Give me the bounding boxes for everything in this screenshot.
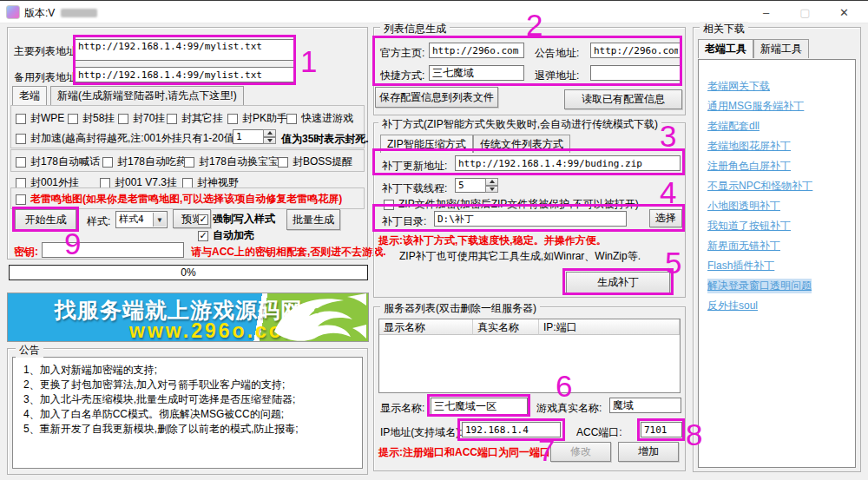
checkbox-block-speed[interactable]: 封加速(越高封得越死,注:001外挂只有1-20值) — [16, 131, 238, 146]
download-link[interactable]: 小地图透明补丁 — [707, 199, 780, 214]
column-ip-port[interactable]: IP:端口 — [539, 319, 680, 335]
display-name-label: 显示名称: — [380, 401, 424, 416]
checkbox-178-shout[interactable]: 封178自动喊话 — [16, 155, 100, 169]
key-label: 密钥: — [14, 245, 38, 260]
checkbox-zip-encrypt[interactable]: ZIP文件加密(加密后ZIP文件将被保护,不可以被打开) — [384, 197, 639, 212]
patch-url-label: 补丁更新地址: — [382, 159, 447, 174]
column-display-name[interactable]: 显示名称 — [379, 319, 473, 335]
thread-input[interactable] — [455, 178, 486, 193]
checkbox-block-wpe[interactable]: 封WPE — [16, 111, 64, 126]
save-config-button[interactable]: 保存配置信息到列表文件 — [375, 87, 498, 108]
checkbox-force-style[interactable]: 强制写入样式 — [198, 212, 275, 227]
style-dropdown[interactable]: 样式4 ▼ — [115, 211, 168, 228]
download-link[interactable]: 不显示NPC和怪物补丁 — [707, 179, 812, 194]
popup-url-label: 退弹地址: — [535, 69, 579, 83]
display-name-input[interactable] — [431, 398, 528, 415]
shortcut-label: 快捷方式: — [380, 69, 424, 83]
checkbox-block-58[interactable]: 封58挂 — [68, 111, 115, 126]
patch-url-input[interactable] — [455, 155, 681, 171]
close-button[interactable]: ✕ — [825, 1, 864, 23]
ad-banner[interactable]: 找服务端就上游戏源码网 www.296o.com — [7, 293, 369, 342]
start-generate-button[interactable]: 开始生成 — [15, 209, 76, 230]
modify-button[interactable]: 修改 — [550, 442, 611, 462]
checkbox-block-70[interactable]: 封70挂 — [118, 111, 165, 126]
maximize-button[interactable]: ▢ — [786, 1, 825, 23]
checkbox-178-med[interactable]: 封178自动吃药 — [102, 155, 187, 169]
real-name-input[interactable] — [609, 398, 681, 413]
server-list-table[interactable]: 显示名称 真实名称 IP:端口 — [378, 319, 681, 393]
checkbox-leiming-map[interactable]: 老雷鸣地图(如果你是老雷鸣地图,可以选择该项自动修复老雷鸣花屏) — [16, 192, 342, 207]
spin-down-icon[interactable] — [263, 137, 276, 145]
checkbox-box — [16, 114, 26, 124]
backup-list-input[interactable] — [75, 67, 295, 82]
checkbox-box — [278, 157, 288, 168]
speed-value-input[interactable] — [233, 129, 264, 144]
checkbox-box — [100, 178, 110, 188]
generate-patch-button[interactable]: 生成补丁 — [566, 272, 670, 293]
tab-new-tools[interactable]: 新端工具 — [753, 39, 809, 58]
notice-item: 2、更换了封包加密算法,加入对弓箭手职业客户端的支持; — [23, 378, 362, 392]
window-title: 版本:V — [24, 6, 55, 21]
checkbox-block-pk[interactable]: 封PK助手 — [227, 111, 287, 126]
main-list-input[interactable] — [75, 39, 295, 61]
download-link[interactable]: 老端网关下载 — [707, 79, 770, 94]
key-input[interactable] — [42, 242, 184, 258]
censored-version-text — [61, 9, 97, 17]
spin-up-icon[interactable] — [263, 129, 276, 137]
dragon-logo-icon — [269, 293, 366, 342]
home-url-input[interactable] — [429, 43, 524, 58]
patch-dir-label: 补丁目录: — [382, 214, 426, 229]
progress-text: 0% — [181, 266, 195, 279]
checkbox-178-box[interactable]: 封178自动换宝宝 — [184, 155, 279, 169]
tab-old-tools[interactable]: 老端工具 — [698, 39, 753, 58]
checkbox-block-other[interactable]: 封其它挂 — [167, 111, 223, 126]
download-link[interactable]: 通用MSG服务端补丁 — [707, 99, 804, 114]
choose-dir-button[interactable]: 选择 — [649, 209, 682, 227]
tab-traditional-mode[interactable]: 传统文件列表方式 — [473, 135, 570, 153]
add-button[interactable]: 增加 — [618, 442, 679, 462]
popup-url-input[interactable] — [590, 65, 681, 81]
tab-old-client[interactable]: 老端 — [12, 86, 47, 105]
patch-hint-black: ZIP补丁也可使用其它工具生成,如Winrar、WinZip等. — [399, 249, 641, 264]
speed-spinner[interactable] — [263, 129, 276, 144]
download-link[interactable]: 反外挂soul — [707, 299, 758, 313]
minimize-button[interactable]: – — [746, 1, 786, 23]
spin-down-icon[interactable] — [485, 186, 498, 194]
announce-url-input[interactable] — [590, 43, 681, 58]
close-icon: ✕ — [839, 6, 849, 19]
checkbox-fast-enter[interactable]: 快速进游戏 — [286, 111, 353, 126]
batch-generate-button[interactable]: 批量生成 — [286, 209, 340, 230]
checkbox-box — [384, 200, 394, 210]
thread-spinner[interactable] — [485, 178, 498, 193]
patch-panel-title: 补丁方式(ZIP智能方式失败失败时,会自动进行传统模式下载) — [378, 117, 661, 132]
read-config-button[interactable]: 读取已有配置信息 — [564, 89, 682, 109]
download-link[interactable]: Flash插件补丁 — [707, 259, 774, 273]
spin-up-icon[interactable] — [485, 178, 498, 186]
column-real-name[interactable]: 真实名称 — [473, 319, 539, 335]
checkbox-box — [68, 114, 78, 124]
download-link-selected[interactable]: 解决登录窗口透明问题 — [707, 279, 812, 293]
announce-url-label: 公告地址: — [535, 46, 579, 61]
checkbox-auto-pack[interactable]: 自动加壳 — [198, 228, 254, 243]
dropdown-arrow-icon[interactable]: ▼ — [153, 213, 166, 227]
tab-new-client[interactable]: 新端(生成新端登陆器时,请先点下这里!) — [50, 86, 244, 105]
ip-input[interactable] — [462, 422, 561, 437]
download-link[interactable]: 老端配套dll — [707, 119, 760, 134]
speed-suffix-label: 值为35时表示封死. — [281, 132, 369, 147]
server-list-title: 服务器列表(双击删除一组服务器) — [380, 301, 540, 316]
notice-list[interactable]: 1、加入对新端加密端的支持; 2、更换了封包加密算法,加入对弓箭手职业客户端的支… — [12, 357, 363, 469]
shortcut-input[interactable] — [429, 65, 524, 81]
acc-port-input[interactable] — [641, 422, 682, 437]
download-link[interactable]: 我知道了按钮补丁 — [707, 219, 791, 233]
download-link[interactable]: 老端地图花屏补丁 — [707, 139, 791, 154]
download-link[interactable]: 注册角色白屏补丁 — [707, 159, 791, 174]
checkbox-boss-alert[interactable]: 封BOSS提醒 — [278, 155, 352, 169]
patch-hint-red: 提示:该补丁方式,下载速度快,稳定。并操作方便。 — [378, 233, 607, 248]
checkbox-box — [227, 114, 238, 124]
titlebar: 版本:V – ▢ ✕ — [0, 1, 868, 23]
tab-zip-mode[interactable]: ZIP智能压缩方式 — [380, 135, 473, 153]
patch-dir-input[interactable] — [434, 211, 627, 227]
download-links: 老端网关下载 通用MSG服务端补丁 老端配套dll 老端地图花屏补丁 注册角色白… — [698, 59, 856, 468]
backup-list-label: 备用列表地址: — [14, 70, 79, 85]
download-link[interactable]: 新界面无错补丁 — [707, 239, 780, 253]
